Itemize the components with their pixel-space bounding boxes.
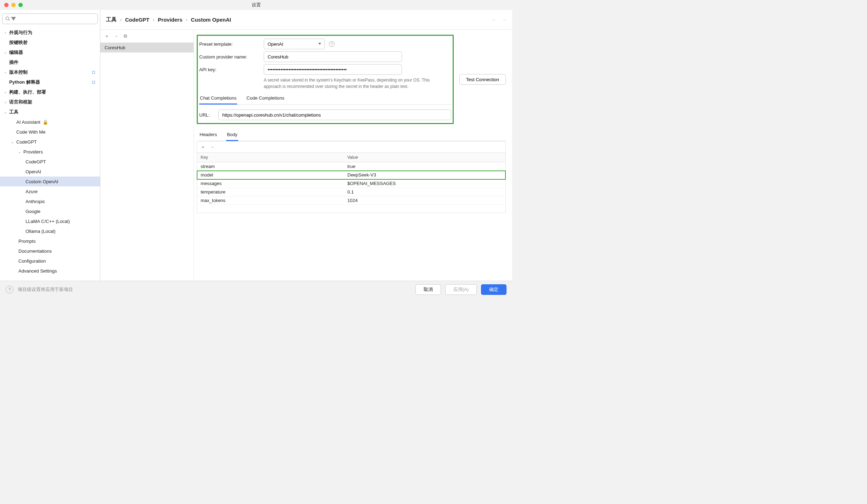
tree-item-provider-codegpt[interactable]: CodeGPT xyxy=(0,157,100,167)
custom-provider-label: Custom provider name: xyxy=(199,54,264,60)
tree-item-provider-google[interactable]: Google xyxy=(0,206,100,216)
window-title: 设置 xyxy=(252,2,261,8)
preset-template-select[interactable]: OpenAI xyxy=(264,39,325,49)
tree-item-python-interpreter[interactable]: Python 解释器 xyxy=(0,77,100,87)
forward-arrow-icon[interactable]: → xyxy=(502,17,507,22)
settings-window: 设置 ›外观与行为 按键映射 ›编辑器 插件 ›版本控制 Python 解释器 … xyxy=(0,0,512,298)
apply-button[interactable]: 应用(A) xyxy=(445,284,477,295)
chevron-right-icon: › xyxy=(186,17,188,22)
tab-body[interactable]: Body xyxy=(226,129,238,141)
kv-table-head: Key Value xyxy=(197,153,505,162)
tree-item-plugins[interactable]: 插件 xyxy=(0,57,100,67)
close-window-button[interactable] xyxy=(4,3,9,7)
tree-item-codegpt[interactable]: ⌄CodeGPT xyxy=(0,137,100,147)
tree-item-provider-ollama[interactable]: Ollama (Local) xyxy=(0,226,100,236)
chevron-right-icon: › xyxy=(120,17,122,22)
table-row[interactable]: temperature 0.1 xyxy=(197,188,505,196)
api-key-input[interactable] xyxy=(264,64,402,75)
breadcrumb: 工具 › CodeGPT › Providers › Custom OpenAI xyxy=(106,16,231,23)
breadcrumb-row: 工具 › CodeGPT › Providers › Custom OpenAI… xyxy=(100,10,512,30)
tree-item-vcs[interactable]: ›版本控制 xyxy=(0,67,100,77)
remove-icon[interactable]: － xyxy=(210,144,215,150)
minimize-window-button[interactable] xyxy=(11,3,16,7)
tree-item-providers[interactable]: ⌄Providers xyxy=(0,147,100,157)
project-badge-icon xyxy=(92,71,95,74)
table-row[interactable]: stream true xyxy=(197,162,505,171)
kv-head-value: Value xyxy=(344,153,505,162)
api-key-label: API key: xyxy=(199,67,264,72)
tree-item-provider-openai[interactable]: OpenAI xyxy=(0,167,100,177)
tree-item-advanced-settings[interactable]: Advanced Settings xyxy=(0,266,100,276)
custom-provider-row: Custom provider name: xyxy=(199,51,451,62)
tree-item-tools[interactable]: ⌄工具 xyxy=(0,107,100,117)
window-controls xyxy=(4,3,23,7)
cancel-button[interactable]: 取消 xyxy=(415,284,441,295)
tree-item-languages[interactable]: ›语言和框架 xyxy=(0,97,100,107)
tab-chat-completions[interactable]: Chat Completions xyxy=(199,93,237,105)
url-label: URL: xyxy=(199,112,213,118)
tree-item-prompts[interactable]: Prompts xyxy=(0,236,100,246)
add-icon[interactable]: ＋ xyxy=(201,144,205,150)
tree-item-editor[interactable]: ›编辑器 xyxy=(0,47,100,57)
lock-icon: 🔒 xyxy=(43,119,48,125)
remove-icon[interactable]: － xyxy=(114,33,119,39)
settings-tree: ›外观与行为 按键映射 ›编辑器 插件 ›版本控制 Python 解释器 ›构建… xyxy=(0,26,100,281)
breadcrumb-seg[interactable]: 工具 xyxy=(106,16,117,23)
highlight-main-box: Preset template: OpenAI ? Custom provide… xyxy=(197,35,454,124)
ok-button[interactable]: 确定 xyxy=(481,284,507,295)
tree-item-ai-assistant[interactable]: AI Assistant🔒 xyxy=(0,117,100,127)
tree-item-provider-azure[interactable]: Azure xyxy=(0,186,100,196)
provider-list-item[interactable]: CoresHub xyxy=(100,43,194,52)
provider-list-panel: ＋ － ⧉ CoresHub xyxy=(100,30,194,281)
preset-template-select-wrap: OpenAI xyxy=(264,39,325,49)
tree-item-build[interactable]: ›构建、执行、部署 xyxy=(0,87,100,97)
tree-item-appearance[interactable]: ›外观与行为 xyxy=(0,28,100,38)
url-input[interactable] xyxy=(218,110,451,120)
custom-provider-input[interactable] xyxy=(264,51,402,62)
tree-item-provider-anthropic[interactable]: Anthropic xyxy=(0,196,100,206)
breadcrumb-seg[interactable]: Providers xyxy=(158,17,182,23)
breadcrumb-seg[interactable]: Custom OpenAI xyxy=(191,17,231,23)
back-arrow-icon[interactable]: ← xyxy=(492,17,496,22)
kv-blank-row xyxy=(197,205,505,213)
tree-item-configuration[interactable]: Configuration xyxy=(0,256,100,266)
breadcrumb-nav: ← → xyxy=(492,17,507,22)
search-icon xyxy=(5,16,10,21)
table-row[interactable]: messages $OPENAI_MESSAGES xyxy=(197,179,505,188)
preset-template-row: Preset template: OpenAI ? xyxy=(199,39,451,49)
footer: ? 项目级设置将应用于新项目 取消 应用(A) 确定 xyxy=(0,281,512,298)
tree-item-provider-llama[interactable]: LLaMA C/C++ (Local) xyxy=(0,216,100,226)
search-input[interactable] xyxy=(17,16,95,22)
chevron-down-icon xyxy=(11,16,16,21)
table-row[interactable]: max_tokens 1024 xyxy=(197,196,505,205)
sidebar: ›外观与行为 按键映射 ›编辑器 插件 ›版本控制 Python 解释器 ›构建… xyxy=(0,10,100,281)
add-icon[interactable]: ＋ xyxy=(105,33,109,39)
copy-icon[interactable]: ⧉ xyxy=(124,33,127,39)
help-button[interactable]: ? xyxy=(6,286,13,293)
tree-item-provider-custom-openai[interactable]: Custom OpenAI xyxy=(0,177,100,186)
footer-message: 项目级设置将应用于新项目 xyxy=(18,286,73,293)
table-row-model[interactable]: model DeepSeek-V3 xyxy=(197,171,505,179)
request-sub-tabs: Headers Body xyxy=(199,129,506,141)
chevron-right-icon: › xyxy=(153,17,154,22)
kv-toolbar: ＋ － xyxy=(197,141,506,152)
tab-headers[interactable]: Headers xyxy=(199,129,218,141)
search-box[interactable] xyxy=(2,13,98,24)
main-body: ＋ － ⧉ CoresHub Preset template: xyxy=(100,30,512,281)
provider-list-item-label: CoresHub xyxy=(105,45,125,50)
maximize-window-button[interactable] xyxy=(18,3,23,7)
titlebar: 设置 xyxy=(0,0,512,10)
tree-item-code-with-me[interactable]: Code With Me xyxy=(0,127,100,137)
tab-code-completions[interactable]: Code Completions xyxy=(246,93,285,104)
content: ›外观与行为 按键映射 ›编辑器 插件 ›版本控制 Python 解释器 ›构建… xyxy=(0,10,512,281)
tree-item-documentations[interactable]: Documentations xyxy=(0,246,100,256)
help-icon[interactable]: ? xyxy=(329,41,335,47)
provider-list-toolbar: ＋ － ⧉ xyxy=(100,30,194,43)
tree-item-keymap[interactable]: 按键映射 xyxy=(0,38,100,47)
breadcrumb-seg[interactable]: CodeGPT xyxy=(125,17,149,23)
kv-head-key: Key xyxy=(197,153,344,162)
project-badge-icon xyxy=(92,81,95,84)
test-connection-button[interactable]: Test Connection xyxy=(459,74,506,85)
url-row: URL: xyxy=(199,110,451,120)
search-wrap xyxy=(0,10,100,26)
